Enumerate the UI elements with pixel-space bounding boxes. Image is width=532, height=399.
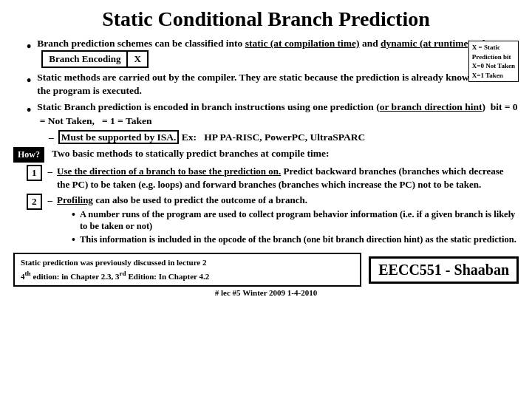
dot-marker-2: • — [72, 233, 75, 247]
bullet-dot-1: • — [27, 38, 31, 55]
dynamic-text: dynamic (at runtime) — [381, 38, 471, 49]
numbered-item-1: 1 – Use the direction of a branch to bas… — [27, 165, 519, 191]
tooltip-line2: Prediction bit — [472, 52, 515, 62]
branch-encoding-label: Branch Encoding — [43, 52, 128, 66]
page-number: # lec #5 Winter 2009 1-4-2010 — [13, 288, 519, 297]
bullet-item-3: • Static Branch prediction is encoded in… — [27, 100, 519, 127]
sub-bullet-text: Must be supported by ISA. Ex: HP PA-RISC… — [58, 131, 366, 144]
footer-left-line1: Static prediction was previously discuss… — [21, 257, 354, 268]
bullet-dot-2: • — [27, 72, 31, 89]
static-text: static (at compilation time) — [245, 38, 360, 49]
must-box: Must be supported by ISA. — [58, 130, 180, 144]
bullet-dot-3: • — [27, 101, 31, 119]
tooltip-line4: X=1 Taken — [472, 71, 515, 81]
footer-section: Static prediction was previously discuss… — [13, 253, 519, 286]
sub-bullet-dot-1: • A number runs of the program are used … — [72, 208, 519, 233]
bullet-text-3: Static Branch prediction is encoded in b… — [37, 100, 519, 127]
num-box-1: 1 — [27, 165, 42, 181]
slide-title: Static Conditional Branch Prediction — [13, 7, 519, 31]
bullet-section: • Branch prediction schemes can be class… — [27, 37, 519, 144]
numbered-items: 1 – Use the direction of a branch to bas… — [27, 165, 519, 248]
slide: Static Conditional Branch Prediction X =… — [0, 0, 532, 399]
how-section: How? Two basic methods to statically pre… — [13, 147, 519, 163]
bullet-text-2: Static methods are carried out by the co… — [37, 71, 519, 98]
footer-left: Static prediction was previously discuss… — [13, 253, 361, 286]
branch-encoding-x: X — [128, 52, 146, 66]
sub-bullets-2: • A number runs of the program are used … — [72, 208, 519, 248]
how-label: How? — [13, 147, 44, 163]
bullet-item-1: • Branch prediction schemes can be class… — [27, 37, 519, 68]
footer-right: EECC551 - Shaaban — [369, 256, 519, 284]
branch-encoding-box: Branch Encoding X — [41, 50, 149, 68]
tooltip-line3: X=0 Not Taken — [472, 61, 515, 71]
bullet-item-2: • Static methods are carried out by the … — [27, 71, 519, 98]
sub-bullet-dot-text-1: A number runs of the program are used to… — [80, 208, 519, 233]
bullet-text-1: Branch prediction schemes can be classif… — [37, 37, 519, 68]
dot-marker-1: • — [72, 208, 75, 222]
sub-bullet-1: – Must be supported by ISA. Ex: HP PA-RI… — [49, 131, 519, 144]
num-content-2: Profiling can also be used to predict th… — [57, 194, 519, 248]
how-text: Two basic methods to statically predict … — [52, 147, 330, 160]
profiling-text: Profiling — [57, 194, 93, 205]
footer-left-line2: 4th edition: in Chapter 2.3, 3rd Edition… — [21, 269, 354, 282]
sub-bullet-dot-text-2: This information is included in the opco… — [80, 233, 516, 245]
tooltip-line1: X = Static — [472, 43, 515, 52]
num-content-1: Use the direction of a branch to base th… — [57, 165, 519, 191]
num-dash-1: – — [48, 165, 53, 178]
branch-direction-text: Use the direction of a branch to base th… — [57, 166, 281, 177]
sub-dash: – — [49, 131, 54, 144]
numbered-item-2: 2 – Profiling can also be used to predic… — [27, 194, 519, 248]
sub-bullet-dot-2: • This information is included in the op… — [72, 233, 519, 247]
encoding-tooltip: X = Static Prediction bit X=0 Not Taken … — [468, 41, 519, 82]
num-box-2: 2 — [27, 194, 42, 210]
branch-hint-text: or branch direction hint — [380, 101, 482, 112]
num-dash-2: – — [48, 194, 53, 207]
